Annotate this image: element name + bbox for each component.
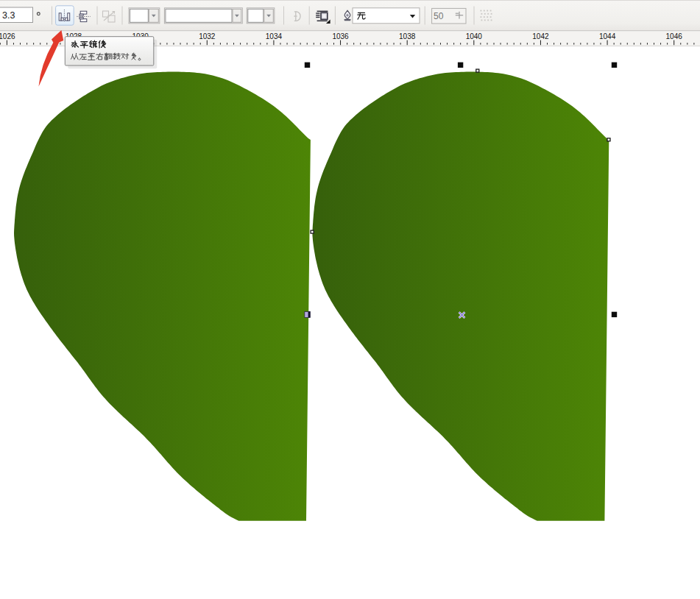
svg-text:1044: 1044 [599,32,616,40]
svg-text:1042: 1042 [532,32,549,40]
svg-text:1038: 1038 [399,32,416,40]
svg-text:1026: 1026 [0,32,15,40]
svg-text:50: 50 [434,11,444,21]
svg-text:1032: 1032 [199,32,216,40]
svg-text:3.3: 3.3 [2,10,15,21]
svg-text:1040: 1040 [466,32,483,40]
svg-text:1046: 1046 [666,32,683,40]
svg-text:1036: 1036 [332,32,349,40]
svg-text:1034: 1034 [266,32,283,40]
